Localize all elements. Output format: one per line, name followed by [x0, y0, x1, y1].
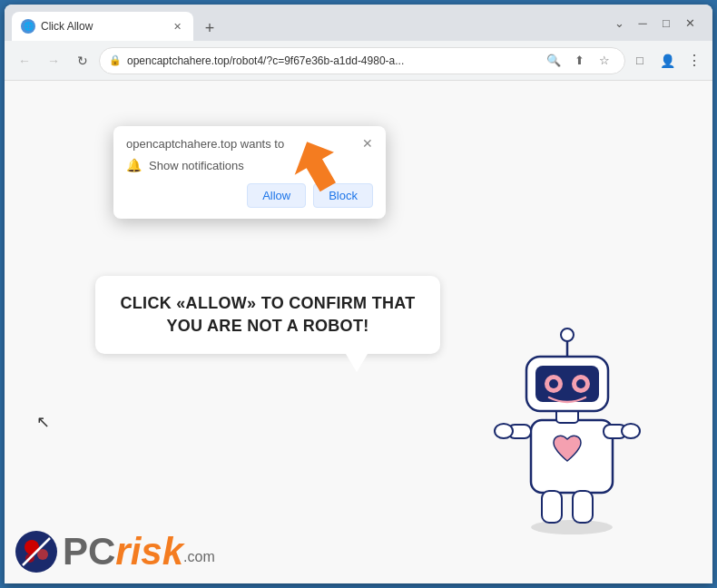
maximize-button[interactable]: □ — [658, 16, 674, 30]
svg-point-16 — [576, 379, 585, 388]
tab-title: Click Allow — [41, 20, 164, 33]
robot-illustration — [476, 302, 658, 529]
logo-container: PC risk .com — [14, 529, 215, 574]
logo-com-text: .com — [183, 549, 215, 565]
address-bar: ← → ↻ 🔒 opencaptchahere.top/robot4/?c=9f… — [5, 41, 712, 81]
popup-close-button[interactable]: ✕ — [362, 137, 373, 150]
close-button[interactable]: ✕ — [682, 16, 698, 30]
tab-area: 🌐 Click Allow ✕ + — [12, 5, 604, 41]
svg-rect-9 — [573, 491, 593, 523]
forward-button[interactable]: → — [41, 48, 66, 74]
logo-text-group: PC risk .com — [63, 533, 215, 571]
arrow-container — [268, 135, 358, 230]
profile-button[interactable]: 👤 — [654, 48, 680, 74]
page-content: opencaptchahere.top wants to ✕ 🔔 Show no… — [5, 81, 712, 583]
url-bar[interactable]: 🔒 opencaptchahere.top/robot4/?c=9f67e36b… — [99, 47, 625, 74]
logo-pc-text: PC — [63, 533, 115, 571]
popup-site-text: opencaptchahere.top wants to — [126, 137, 284, 151]
url-text: opencaptchahere.top/robot4/?c=9f67e36b-a… — [127, 54, 537, 67]
window-controls: ⌄ ─ □ ✕ — [604, 16, 705, 30]
tab-favicon: 🌐 — [21, 19, 35, 34]
svg-point-2 — [531, 520, 613, 534]
bell-icon: 🔔 — [126, 158, 142, 172]
lock-icon: 🔒 — [109, 54, 122, 66]
speech-bubble: CLICK «ALLOW» TO CONFIRM THAT YOU ARE NO… — [95, 276, 440, 354]
mouse-cursor: ↖ — [36, 412, 50, 432]
svg-point-18 — [561, 328, 574, 341]
arrow-icon — [268, 135, 358, 226]
logo-risk-text: risk — [115, 533, 183, 571]
browser-tab[interactable]: 🌐 Click Allow ✕ — [12, 12, 193, 41]
svg-point-5 — [495, 424, 513, 438]
minimize-button[interactable]: ─ — [634, 16, 651, 30]
notification-text: Show notifications — [149, 159, 244, 172]
bookmark-icon[interactable]: ☆ — [594, 50, 615, 72]
extensions-icon[interactable]: □ — [629, 50, 651, 72]
share-icon[interactable]: ⬆ — [568, 50, 590, 72]
search-icon[interactable]: 🔍 — [543, 50, 565, 72]
new-tab-button[interactable]: + — [197, 15, 222, 41]
svg-rect-8 — [542, 491, 562, 523]
pcrisk-logo-icon — [14, 529, 59, 574]
url-actions: 🔍 ⬆ ☆ — [543, 50, 615, 72]
speech-text: CLICK «ALLOW» TO CONFIRM THAT YOU ARE NO… — [120, 294, 415, 335]
menu-button[interactable]: ⋮ — [683, 48, 705, 73]
robot-svg — [476, 302, 658, 538]
chevron-down-icon[interactable]: ⌄ — [611, 16, 627, 30]
svg-marker-1 — [283, 135, 348, 199]
svg-point-15 — [549, 379, 558, 388]
tab-close-button[interactable]: ✕ — [170, 19, 184, 34]
reload-button[interactable]: ↻ — [70, 48, 95, 74]
browser-window: 🌐 Click Allow ✕ + ⌄ ─ □ ✕ ← → ↻ 🔒 openca… — [5, 5, 712, 583]
back-button[interactable]: ← — [12, 48, 37, 74]
title-bar: 🌐 Click Allow ✕ + ⌄ ─ □ ✕ — [5, 5, 712, 41]
svg-point-7 — [622, 424, 640, 438]
